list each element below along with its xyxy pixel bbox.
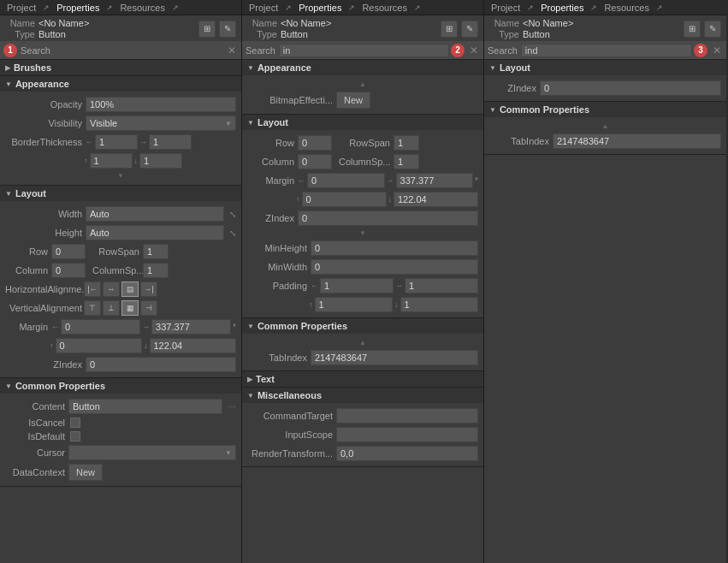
minwidth-value[interactable]: 0 xyxy=(311,259,478,275)
isdefault-checkbox[interactable] xyxy=(70,431,80,442)
margin-bottom-value-2[interactable]: 122.04 xyxy=(394,192,478,207)
halign-btn-1[interactable]: ↔ xyxy=(103,282,120,297)
halign-btn-2[interactable]: ▤ xyxy=(121,282,139,297)
tab-properties-1[interactable]: Properties xyxy=(51,3,104,13)
search-input-1[interactable] xyxy=(54,45,226,56)
section-layout-2-header[interactable]: ▼ Layout xyxy=(242,115,483,130)
col-colspan-row-2: Column 0 ColumnSp... 1 xyxy=(242,152,483,171)
margin-top-value-1[interactable]: 0 xyxy=(56,338,143,353)
section-appearance-1-header[interactable]: ▼ Appearance xyxy=(0,76,241,92)
padding-top-value[interactable]: 1 xyxy=(315,297,394,312)
margin-left-value-1[interactable]: 0 xyxy=(61,319,140,335)
search-clear-3[interactable]: ✕ xyxy=(711,44,723,56)
panel3-icon-btn-1[interactable]: ⊞ xyxy=(684,21,701,38)
tabindex-value-2[interactable]: 2147483647 xyxy=(311,350,478,365)
rowspan-value-2[interactable]: 1 xyxy=(394,135,419,151)
width-value[interactable]: Auto xyxy=(86,206,224,222)
inputscope-value[interactable] xyxy=(336,427,478,442)
minheight-value[interactable]: 0 xyxy=(311,240,478,256)
content-value[interactable]: Button xyxy=(68,399,222,414)
tab-resources-3[interactable]: Resources xyxy=(599,3,654,13)
section-text-2-header[interactable]: ▶ Text xyxy=(242,371,483,387)
margin-right-value-2[interactable]: 337.377 xyxy=(396,173,474,188)
padding-right-arrow: → xyxy=(395,282,403,290)
section-layout-1-header[interactable]: ▼ Layout xyxy=(0,186,241,201)
panel1-body: ▶ Brushes ▼ Appearance Opacity 100% Visi… xyxy=(0,60,241,563)
iscancel-checkbox[interactable] xyxy=(70,418,80,428)
panel3-icon-btn-2[interactable]: ✎ xyxy=(704,21,721,38)
tab-resources-2[interactable]: Resources xyxy=(357,3,412,13)
isdefault-row: IsDefault xyxy=(0,430,241,443)
halign-btn-3[interactable]: →| xyxy=(140,282,157,297)
panel1-icon-btn-1[interactable]: ⊞ xyxy=(198,21,216,38)
margin-right-value-1[interactable]: 337.377 xyxy=(151,319,231,335)
margin-tb-row-1: ↑ 0 ↓ 122.04 xyxy=(0,336,241,355)
section-layout-1: ▼ Layout Width Auto ⤡ Height Auto ⤡ xyxy=(0,186,241,378)
section-misc-2: ▼ Miscellaneous CommandTarget InputScope… xyxy=(242,388,483,467)
tabindex-value-3[interactable]: 2147483647 xyxy=(553,133,721,149)
cursor-select[interactable]: ▼ xyxy=(68,445,236,460)
padding-bottom-value[interactable]: 1 xyxy=(400,297,479,312)
search-input-3[interactable] xyxy=(525,45,688,56)
valign-btn-0[interactable]: ⊤ xyxy=(84,300,101,316)
tab-properties-3[interactable]: Properties xyxy=(536,3,589,13)
panel1-icon-btn-2[interactable]: ✎ xyxy=(219,21,236,38)
type-value-3: Button xyxy=(523,29,550,39)
opacity-row: Opacity 100% xyxy=(0,95,241,114)
columnsp-value-2[interactable]: 1 xyxy=(394,154,419,169)
margin-left-value-2[interactable]: 0 xyxy=(307,173,385,188)
zindex-value-1[interactable]: 0 xyxy=(86,357,236,372)
section-layout-3-header[interactable]: ▼ Layout xyxy=(484,60,726,75)
section-appearance-2-header[interactable]: ▼ Appearance xyxy=(242,60,483,75)
section-misc-2-header[interactable]: ▼ Miscellaneous xyxy=(242,388,483,403)
section-common-2-header[interactable]: ▼ Common Properties xyxy=(242,318,483,334)
zindex-value-3[interactable]: 0 xyxy=(540,80,721,96)
column-value-2[interactable]: 0 xyxy=(298,154,332,169)
zindex-value-2[interactable]: 0 xyxy=(298,210,478,226)
row-value-2[interactable]: 0 xyxy=(298,135,332,151)
section-common-3-header[interactable]: ▼ Common Properties xyxy=(484,102,726,117)
tab-project-2[interactable]: Project xyxy=(244,3,283,13)
section-common-1-header[interactable]: ▼ Common Properties xyxy=(0,378,241,394)
tab-project-3[interactable]: Project xyxy=(486,3,525,13)
datacontext-new-btn[interactable]: New xyxy=(68,464,103,481)
tab-resources-1[interactable]: Resources xyxy=(115,3,170,13)
name-label-2: Name xyxy=(247,18,277,28)
tab-project-1[interactable]: Project xyxy=(2,3,41,13)
padding-right-value[interactable]: 1 xyxy=(405,278,478,293)
panel3-tabbar: Project ↗ Properties ↗ Resources ↗ xyxy=(484,0,726,15)
bt-left-value[interactable]: 1 xyxy=(95,134,138,150)
bt-bottom-value[interactable]: 1 xyxy=(139,153,182,169)
panel2-icon-btn-1[interactable]: ⊞ xyxy=(441,21,458,38)
columnsp-value-1[interactable]: 1 xyxy=(143,263,169,278)
height-value[interactable]: Auto xyxy=(86,225,224,240)
section-brushes-header[interactable]: ▶ Brushes xyxy=(0,60,241,75)
valign-btn-3[interactable]: ⊣ xyxy=(140,300,157,316)
bt-right-value[interactable]: 1 xyxy=(149,134,192,150)
section-common-1: ▼ Common Properties Content Button ⋯ IsC… xyxy=(0,378,241,487)
valign-btn-1[interactable]: ⊥ xyxy=(103,300,120,316)
search-clear-1[interactable]: ✕ xyxy=(226,44,238,56)
bitmapeffect-new-btn[interactable]: New xyxy=(336,92,370,109)
padding-left-value[interactable]: 1 xyxy=(320,278,394,293)
search-clear-2[interactable]: ✕ xyxy=(468,44,480,56)
margin-top-value-2[interactable]: 0 xyxy=(302,192,387,207)
row-value-1[interactable]: 0 xyxy=(51,244,86,259)
margin-top-arrow-1: ↑ xyxy=(50,341,54,350)
column-value-1[interactable]: 0 xyxy=(51,263,86,278)
panel1-searchbar: 1 Search ✕ xyxy=(0,41,241,60)
rendertransform-value[interactable]: 0,0 xyxy=(336,446,478,461)
commandtarget-value[interactable] xyxy=(336,408,478,424)
bt-top-value[interactable]: 1 xyxy=(90,153,133,169)
margin-bottom-value-1[interactable]: 122.04 xyxy=(150,338,237,353)
halign-btn-0[interactable]: |← xyxy=(84,282,101,297)
search-input-2[interactable] xyxy=(283,45,445,56)
minheight-label: MinHeight xyxy=(247,243,307,253)
valign-btn-2[interactable]: ▦ xyxy=(121,300,139,316)
tab-resources-icon-3: ↗ xyxy=(654,3,665,13)
visibility-select[interactable]: Visible ▼ xyxy=(86,116,236,131)
panel2-icon-btn-2[interactable]: ✎ xyxy=(461,21,478,38)
tab-properties-2[interactable]: Properties xyxy=(293,3,346,13)
opacity-value[interactable]: 100% xyxy=(86,97,236,112)
rowspan-value-1[interactable]: 1 xyxy=(143,244,169,259)
